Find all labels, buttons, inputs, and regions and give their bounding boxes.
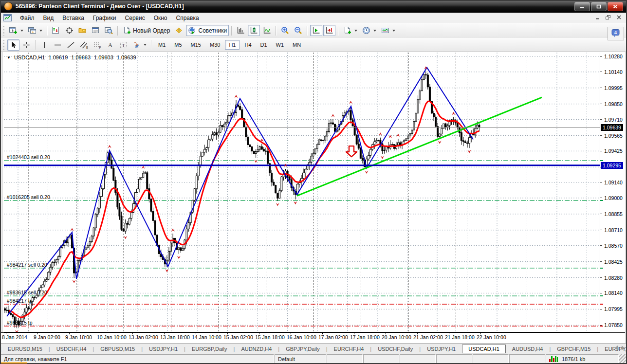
text-label-button[interactable]: T — [117, 39, 129, 51]
order-line-label[interactable]: #1024403 sell 0.20 — [7, 154, 50, 160]
tabs-scroll-left-icon[interactable] — [615, 346, 618, 350]
chart-shift-icon — [325, 26, 333, 35]
fibonacci-button[interactable]: F — [91, 39, 103, 51]
title-bar[interactable]: 565896: Panteon Client Terminal - Демо С… — [0, 0, 627, 13]
mdi-restore-button[interactable] — [604, 14, 612, 21]
doc-plus-icon — [123, 26, 131, 35]
chart-tab-gbpusd-m15[interactable]: GBPUSD,M15 — [94, 345, 141, 353]
application-window: 565896: Panteon Client Terminal - Демо С… — [0, 0, 627, 364]
dropdown-arrow-icon[interactable] — [20, 30, 23, 32]
menu-charts[interactable]: Графики — [89, 14, 121, 22]
menu-service[interactable]: Сервис — [121, 14, 149, 22]
chart-tab-eurgbp-daily[interactable]: EURGBP,Daily — [185, 345, 234, 353]
chart-tab-audnzd-h4[interactable]: AUDNZD,H4 — [235, 345, 278, 353]
toolbar-grip[interactable] — [3, 26, 4, 36]
minimize-button[interactable] — [574, 2, 590, 11]
dropdown-arrow-icon[interactable] — [39, 30, 42, 32]
horizontal-line-button[interactable] — [52, 39, 64, 51]
menu-window[interactable]: Окно — [149, 14, 172, 22]
chart-tab-eurchf-h4[interactable]: EURCHF,H4 — [328, 345, 370, 353]
last-price-box: 1.09639 — [601, 124, 623, 131]
strategy-tester-button[interactable] — [103, 25, 115, 36]
dropdown-arrow-icon[interactable] — [373, 30, 376, 32]
price-tick-label: 1.08710 — [604, 227, 623, 233]
menu-view[interactable]: Вид — [39, 14, 58, 22]
dropdown-arrow-icon[interactable] — [392, 30, 395, 32]
chart-tab-usdjpy-h1[interactable]: USDJPY,H1 — [421, 345, 462, 353]
data-window-button[interactable] — [63, 25, 75, 36]
timeframe-h4-button[interactable]: H4 — [240, 40, 255, 50]
navigator-button[interactable] — [76, 25, 89, 36]
time-tick-label: 20 Jan 10:00 — [382, 334, 411, 340]
resize-grip[interactable] — [619, 354, 627, 364]
status-empty-cell — [400, 354, 436, 364]
text-button[interactable]: A — [104, 39, 116, 51]
vertical-line-button[interactable] — [38, 39, 51, 51]
equidistant-channel-button[interactable]: E — [78, 39, 90, 51]
indicators-button[interactable] — [341, 25, 359, 36]
crosshair-button[interactable] — [20, 39, 33, 51]
timeframe-w1-button[interactable]: W1 — [272, 40, 288, 50]
metaeditor-alert-button[interactable]: ! — [173, 25, 185, 36]
mdi-close-button[interactable] — [614, 14, 623, 21]
status-profile[interactable]: Default — [275, 354, 326, 364]
close-button[interactable] — [608, 2, 623, 11]
templates-button[interactable] — [379, 25, 397, 36]
trendline-button[interactable] — [65, 39, 77, 51]
toolbar-grip[interactable] — [3, 40, 4, 50]
menu-help[interactable]: Справка — [172, 14, 203, 22]
dropdown-arrow-icon[interactable] — [144, 44, 147, 46]
timeframe-h1-button[interactable]: H1 — [225, 40, 240, 50]
time-axis[interactable]: 8 Jan 20149 Jan 02:009 Jan 18:0010 Jan 1… — [0, 332, 625, 343]
profiles-button[interactable] — [26, 25, 44, 36]
dropdown-arrow-icon[interactable] — [354, 30, 357, 32]
chart-tab-gbpchf-m15[interactable]: GBPCHF,M15 — [551, 345, 597, 353]
chart-tab-usdchf-h4[interactable]: USDCHF,H4 — [50, 345, 93, 353]
maximize-button[interactable] — [591, 2, 607, 11]
chart-tab-usdchf-daily[interactable]: USDCHF,Daily — [371, 345, 419, 353]
order-line-label[interactable]: #983615 sell 0.20 — [7, 290, 47, 295]
timeframe-m15-button[interactable]: M15 — [187, 40, 205, 50]
timeframe-m1-button[interactable]: M1 — [154, 40, 169, 50]
tabs-scroll-right-icon[interactable] — [622, 346, 625, 350]
chart-shift-button[interactable] — [323, 25, 335, 36]
cursor-button[interactable] — [7, 39, 19, 51]
chart-line-button[interactable] — [261, 25, 273, 36]
zoom-out-icon — [294, 26, 302, 35]
zoom-in-button[interactable] — [279, 25, 291, 36]
chart-tab-usdcad-h1[interactable]: USDCAD,H1 — [462, 345, 506, 353]
chart-low-value: 1.09603 — [94, 55, 113, 60]
auto-scroll-button[interactable] — [310, 25, 322, 36]
menu-insert[interactable]: Вставка — [58, 14, 89, 22]
market-watch-button[interactable] — [50, 25, 62, 36]
order-line-label[interactable]: #1016205 sell 0.20 — [7, 194, 50, 200]
time-tick-label: 13 Jan 02:00 — [129, 334, 158, 340]
symbol-dropdown-icon[interactable]: ▼ — [7, 55, 11, 60]
new-order-button[interactable]: Новый Ордер — [121, 25, 172, 36]
price-axis[interactable]: 1.102801.101401.099951.098501.097101.095… — [600, 53, 626, 332]
expert-advisors-button[interactable]: Советники — [186, 25, 229, 36]
zoom-out-button[interactable] — [292, 25, 304, 36]
timeframe-d1-button[interactable]: D1 — [257, 40, 271, 50]
timeframe-m30-button[interactable]: M30 — [206, 40, 224, 50]
chart-tab-usdjpy-h1[interactable]: USDJPY,H1 — [143, 345, 184, 353]
terminal-button[interactable] — [90, 25, 102, 36]
mailbox-button[interactable]: 4 — [608, 27, 624, 40]
chart-candles-button[interactable] — [248, 25, 260, 36]
chart-symbol-header[interactable]: ▼ USDCAD,H1 1.09619 1.09663 1.09603 1.09… — [7, 55, 136, 60]
menu-file[interactable]: Файл — [16, 14, 39, 22]
chart-bars-button[interactable] — [235, 25, 247, 36]
periods-button[interactable] — [360, 25, 378, 36]
order-line-label[interactable]: #983615 tp — [7, 320, 33, 326]
chart-tab-gbpjpy-daily[interactable]: GBPJPY,Daily — [279, 345, 326, 353]
arrows-button[interactable] — [130, 39, 148, 51]
order-line-label[interactable]: #984217 tp — [7, 298, 33, 304]
timeframe-mn-button[interactable]: MN — [289, 40, 305, 50]
new-chart-button[interactable] — [7, 25, 25, 36]
timeframe-m5-button[interactable]: M5 — [170, 40, 185, 50]
order-line-label[interactable]: #984217 sell 0.20 — [7, 262, 47, 268]
chart-canvas[interactable] — [4, 53, 600, 332]
chart-tab-audusd-h4[interactable]: AUDUSD,H4 — [506, 345, 550, 353]
chart-tab-eurusd-m15[interactable]: EURUSD,M15 — [1, 345, 49, 353]
mdi-minimize-button[interactable] — [593, 14, 602, 21]
